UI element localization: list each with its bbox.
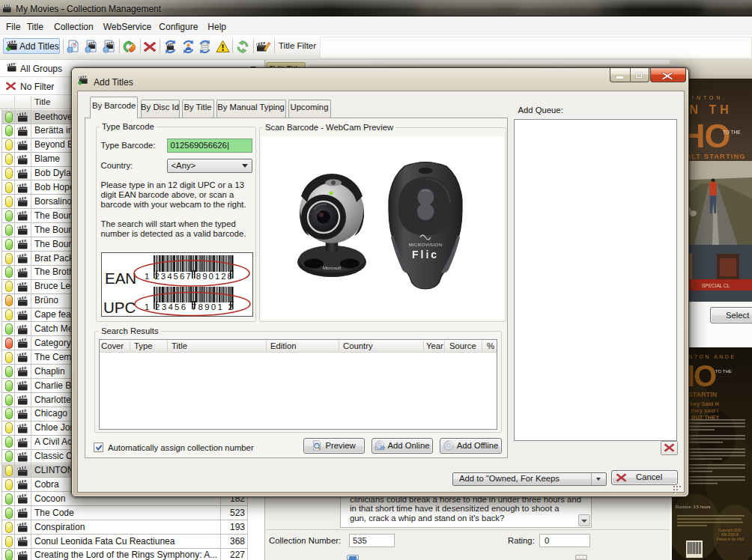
svg-text:COLT STARTING: COLT STARTING [679, 152, 746, 160]
svg-text:UPC: UPC [103, 299, 136, 316]
svg-text:EAN: EAN [105, 270, 136, 287]
svg-text:1 23456 78901 2: 1 23456 78901 2 [145, 302, 233, 311]
svg-text:SPECIAL CL: SPECIAL CL [702, 283, 730, 288]
svg-text:MICROVISION: MICROVISION [409, 243, 443, 247]
svg-text:Flic: Flic [412, 249, 439, 261]
svg-text:They Said H: They Said H [687, 401, 719, 407]
svg-text:Microsoft: Microsoft [323, 266, 342, 270]
svg-text:Filmed in the USA: Filmed in the USA [717, 538, 744, 541]
svg-text:884-2050 B: 884-2050 B [721, 533, 739, 537]
svg-text:Copyright 2005: Copyright 2005 [718, 529, 742, 532]
svg-text:Runtime: 3.5 hours: Runtime: 3.5 hours [676, 505, 711, 509]
svg-text:1 234567 890128: 1 234567 890128 [145, 271, 232, 280]
svg-text:TO THE: TO THE [723, 130, 741, 135]
svg-text:TO THE: TO THE [715, 369, 732, 374]
